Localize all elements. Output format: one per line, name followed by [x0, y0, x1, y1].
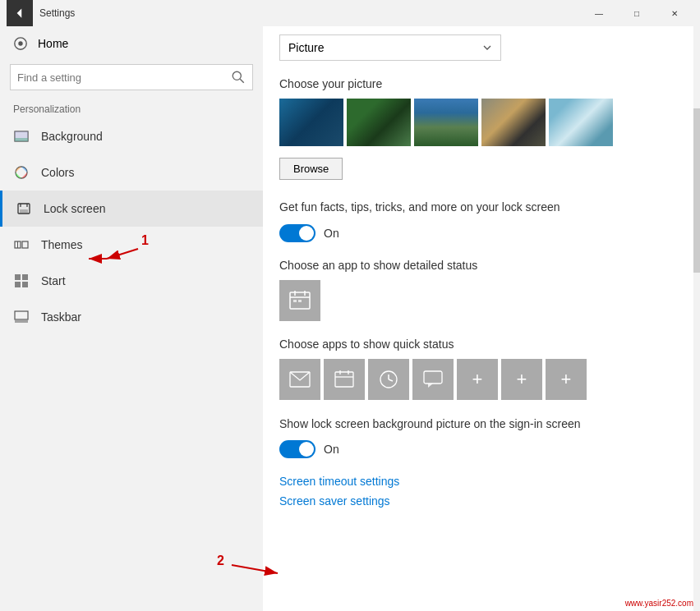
svg-rect-35: [424, 371, 442, 384]
section-label: Personalization: [0, 97, 263, 118]
svg-point-1: [18, 41, 22, 45]
maximize-button[interactable]: □: [618, 0, 656, 26]
window-controls: — □ ✕: [580, 0, 693, 26]
detailed-status-label: Choose an app to show detailed status: [279, 259, 684, 272]
sidebar-item-themes[interactable]: Themes: [0, 227, 263, 263]
fun-facts-section: Get fun facts, tips, tricks, and more on…: [279, 200, 684, 242]
picture-thumb-1[interactable]: [279, 99, 343, 146]
calendar-icon: [288, 289, 311, 312]
svg-rect-13: [22, 241, 28, 248]
svg-rect-25: [293, 300, 297, 302]
svg-rect-15: [15, 274, 21, 280]
colors-label: Colors: [41, 166, 74, 179]
detailed-status-section: Choose an app to show detailed status: [279, 259, 684, 321]
choose-picture-label: Choose your picture: [279, 77, 684, 90]
picture-thumb-2[interactable]: [347, 99, 411, 146]
background-type-row: Picture: [279, 34, 684, 61]
svg-rect-16: [22, 274, 28, 280]
quick-status-label: Choose apps to show quick status: [279, 338, 684, 351]
home-label: Home: [38, 37, 68, 50]
svg-rect-20: [15, 320, 28, 323]
signin-label: Show lock screen background picture on t…: [279, 416, 684, 433]
fun-facts-toggle[interactable]: [279, 224, 315, 242]
sidebar: Home Personalization Background: [0, 26, 263, 611]
sidebar-item-home[interactable]: Home: [0, 26, 263, 61]
quick-app-add-2[interactable]: +: [501, 359, 542, 400]
svg-rect-9: [20, 209, 28, 213]
fun-facts-toggle-row: On: [279, 224, 684, 242]
svg-rect-26: [298, 300, 302, 302]
background-label: Background: [41, 130, 103, 143]
fun-facts-toggle-knob: [299, 226, 314, 241]
browse-button[interactable]: Browse: [279, 158, 343, 180]
svg-line-34: [389, 379, 393, 381]
app-body: Home Personalization Background: [0, 26, 700, 611]
app-title: Settings: [39, 7, 580, 19]
lockscreen-icon: [16, 200, 32, 217]
mail-icon: [289, 371, 311, 388]
svg-rect-18: [22, 282, 28, 287]
sidebar-item-background[interactable]: Background: [0, 118, 263, 154]
signin-section: Show lock screen background picture on t…: [279, 416, 684, 459]
background-icon: [13, 128, 30, 145]
title-bar: Settings — □ ✕: [0, 0, 700, 26]
close-button[interactable]: ✕: [656, 0, 693, 26]
quick-app-add-1[interactable]: +: [457, 359, 498, 400]
picture-thumb-5[interactable]: [549, 99, 613, 146]
fun-facts-label: Get fun facts, tips, tricks, and more on…: [279, 200, 684, 216]
picture-thumb-4[interactable]: [481, 99, 546, 146]
fun-facts-toggle-status: On: [324, 227, 339, 240]
quick-app-add-3[interactable]: +: [546, 359, 587, 400]
lockscreen-label: Lock screen: [44, 202, 105, 215]
screen-timeout-link[interactable]: Screen timeout settings: [279, 475, 684, 488]
themes-icon: [13, 237, 30, 253]
quick-status-apps-row: + + +: [279, 359, 684, 400]
sidebar-item-start[interactable]: Start: [0, 263, 263, 299]
quick-status-section: Choose apps to show quick status: [279, 338, 684, 400]
minimize-button[interactable]: —: [580, 0, 618, 26]
scrollbar-thumb[interactable]: [693, 108, 700, 273]
quick-app-clock[interactable]: [368, 359, 409, 400]
detailed-status-app-button[interactable]: [279, 280, 320, 321]
start-icon: [13, 273, 30, 289]
svg-line-3: [240, 79, 244, 83]
svg-rect-19: [15, 311, 28, 319]
content-area: Picture Choose your picture Browse Get: [279, 26, 684, 508]
svg-rect-6: [15, 138, 28, 141]
search-icon: [231, 70, 246, 85]
signin-toggle-knob: [299, 442, 314, 457]
quick-app-messaging[interactable]: [412, 359, 454, 400]
search-box[interactable]: [10, 64, 253, 90]
signin-toggle[interactable]: [279, 440, 315, 458]
scrollbar-track: [693, 26, 700, 611]
calendar-small-icon: [334, 370, 354, 389]
taskbar-icon: [13, 309, 30, 325]
sidebar-item-lockscreen[interactable]: Lock screen: [0, 191, 263, 227]
search-input[interactable]: [17, 71, 231, 84]
dropdown-value: Picture: [288, 41, 325, 54]
svg-rect-17: [15, 282, 21, 287]
sidebar-item-colors[interactable]: Colors: [0, 154, 263, 191]
home-icon: [13, 36, 28, 51]
signin-toggle-status: On: [324, 443, 339, 456]
background-dropdown[interactable]: Picture: [279, 34, 501, 61]
chevron-down-icon: [482, 43, 492, 53]
message-icon: [423, 370, 443, 389]
picture-thumbnails: [279, 99, 684, 146]
themes-label: Themes: [41, 238, 83, 251]
start-label: Start: [41, 274, 66, 287]
sidebar-item-taskbar[interactable]: Taskbar: [0, 299, 263, 335]
quick-app-calendar[interactable]: [324, 359, 365, 400]
picture-thumb-3[interactable]: [414, 99, 478, 146]
back-button[interactable]: [7, 0, 33, 26]
right-panel: Picture Choose your picture Browse Get: [263, 26, 700, 611]
quick-app-mail[interactable]: [279, 359, 320, 400]
screen-saver-link[interactable]: Screen saver settings: [279, 494, 684, 508]
svg-point-2: [233, 71, 241, 80]
signin-toggle-row: On: [279, 440, 684, 458]
svg-rect-28: [335, 372, 353, 387]
clock-icon: [379, 370, 398, 389]
colors-icon: [13, 164, 30, 181]
taskbar-label: Taskbar: [41, 310, 81, 324]
